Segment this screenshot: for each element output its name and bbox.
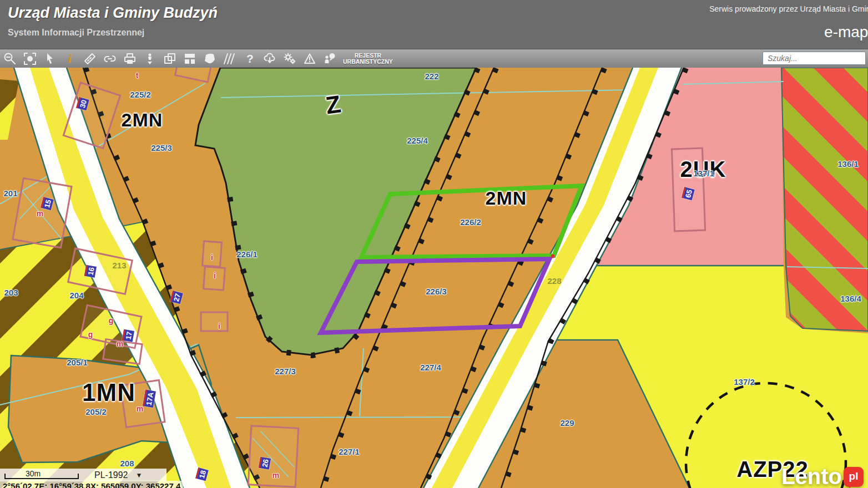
help-button[interactable]: ? bbox=[240, 50, 260, 67]
service-note: Serwis prowadzony przez Urząd Miasta i G… bbox=[709, 4, 868, 13]
scale-label: 30m bbox=[26, 469, 41, 478]
rejestr-urbanistyczny-button[interactable]: REJESTR URBANISTYCZNY bbox=[343, 53, 393, 65]
scale-bar: 30m bbox=[4, 471, 79, 479]
svg-text:?: ? bbox=[246, 52, 254, 65]
watermark-pl-badge: pl bbox=[844, 467, 864, 487]
scale-strip: 30m PL-1992 ▼ bbox=[0, 469, 166, 481]
zoom-full-extent-button[interactable] bbox=[20, 50, 40, 67]
print-button[interactable] bbox=[120, 50, 140, 67]
draw-lines-button[interactable] bbox=[220, 50, 240, 67]
app-window: Urząd Miasta i Gminy Budzyń System Infor… bbox=[0, 0, 868, 488]
report-issue-button[interactable] bbox=[300, 50, 320, 67]
map-canvas[interactable] bbox=[0, 68, 868, 488]
cursor-coordinates: 2°56´02.7E: 16°59´38.8X: 565059.0Y: 3652… bbox=[0, 481, 183, 488]
link-button[interactable] bbox=[100, 50, 120, 67]
feedback-button[interactable] bbox=[320, 50, 340, 67]
zone-striped-red bbox=[781, 68, 868, 331]
watermark: Lento pl bbox=[781, 464, 864, 488]
measure-button[interactable] bbox=[80, 50, 100, 67]
search-input[interactable] bbox=[763, 52, 866, 65]
emapa-logo: e-mapa bbox=[824, 23, 868, 41]
chevron-down-icon: ▼ bbox=[136, 471, 143, 479]
page-subtitle: System Informacji Przestrzennej bbox=[8, 28, 144, 38]
settings-button[interactable] bbox=[280, 50, 300, 67]
download-button[interactable] bbox=[260, 50, 280, 67]
svg-text:i: i bbox=[68, 52, 72, 65]
map-toolbar: i ? REJESTR URBANISTYCZNY bbox=[0, 49, 868, 68]
projection-value: PL-1992 bbox=[94, 470, 128, 480]
search-box bbox=[763, 52, 866, 65]
pointer-select-button[interactable] bbox=[40, 50, 60, 67]
layout-panels-button[interactable] bbox=[180, 50, 200, 67]
compare-windows-button[interactable] bbox=[160, 50, 180, 67]
shape-select-button[interactable] bbox=[200, 50, 220, 67]
projection-dropdown[interactable]: PL-1992 ▼ bbox=[94, 470, 142, 480]
watermark-text: Lento bbox=[781, 464, 842, 488]
page-title: Urząd Miasta i Gminy Budzyń bbox=[8, 4, 218, 22]
zoom-out-button[interactable] bbox=[0, 50, 20, 67]
street-view-button[interactable] bbox=[140, 50, 160, 67]
header-bar: Urząd Miasta i Gminy Budzyń System Infor… bbox=[0, 0, 868, 49]
info-identify-button[interactable]: i bbox=[60, 50, 80, 67]
